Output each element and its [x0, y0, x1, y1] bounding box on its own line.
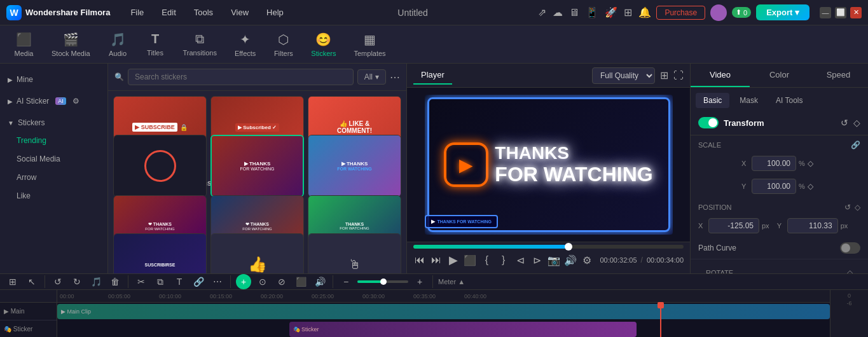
- ai-settings-icon[interactable]: ⚙: [72, 97, 79, 106]
- search-input[interactable]: [128, 69, 354, 85]
- tab-color[interactable]: Color: [750, 64, 809, 87]
- zoom-slider[interactable]: [357, 280, 408, 283]
- scale-x-input[interactable]: [752, 156, 796, 171]
- media-btn-transitions[interactable]: ⧉ Transitions: [176, 28, 224, 60]
- progress-handle[interactable]: [565, 243, 572, 251]
- menu-view[interactable]: View: [227, 5, 252, 20]
- sticker-item-thumbsup[interactable]: 👍: [210, 233, 304, 273]
- cloud-icon[interactable]: ☁: [553, 6, 563, 18]
- sidebar-mine-header[interactable]: ▶ Mine: [0, 71, 107, 88]
- timeline-crop-btn[interactable]: ⬛: [293, 274, 308, 289]
- media-btn-stickers[interactable]: 😊 Stickers: [303, 28, 343, 61]
- media-btn-media[interactable]: ⬛ Media: [6, 28, 41, 61]
- diamond-icon[interactable]: ◇: [853, 118, 860, 128]
- update-badge[interactable]: ⬆ 0: [732, 7, 751, 18]
- sticker-item-cursor[interactable]: 🖱: [308, 233, 401, 273]
- timeline-audio-btn[interactable]: 🎵: [88, 274, 104, 289]
- position-y-input[interactable]: [787, 218, 838, 233]
- sticker-track-clip[interactable]: 🎭 Sticker: [289, 322, 637, 337]
- prev-frame-button[interactable]: ⊲: [514, 252, 527, 268]
- timeline-split-btn[interactable]: ⊞: [5, 274, 20, 289]
- minimize-button[interactable]: —: [820, 7, 831, 18]
- media-btn-titles[interactable]: T Titles: [138, 28, 173, 60]
- position-reset-icon[interactable]: ↺: [844, 203, 851, 212]
- purchase-button[interactable]: Purchase: [656, 6, 705, 20]
- sticker-item-thanks2[interactable]: ▶ THANKS FOR WATCHING: [308, 135, 401, 197]
- grid-icon[interactable]: ⊞: [624, 6, 632, 18]
- volume-button[interactable]: 🔊: [564, 252, 577, 268]
- sidebar-item-arrow[interactable]: Arrow: [4, 168, 104, 186]
- sidebar-ai-header[interactable]: ▶ AI Sticker AI ⚙: [0, 93, 107, 109]
- timeline-cut-btn[interactable]: ✂: [134, 274, 149, 289]
- snapshot-button[interactable]: 📷: [548, 252, 560, 268]
- next-frame-button[interactable]: ⊳: [530, 252, 543, 268]
- export-button[interactable]: Export ▾: [756, 4, 809, 20]
- more-options-button[interactable]: ⋯: [390, 71, 400, 83]
- scale-x-stepper[interactable]: ◇: [808, 159, 813, 168]
- tab-speed[interactable]: Speed: [809, 64, 868, 87]
- go-back-button[interactable]: ⏭: [430, 252, 443, 268]
- progress-bar[interactable]: [413, 245, 684, 249]
- timeline-delete-btn[interactable]: 🗑: [107, 274, 123, 289]
- close-button[interactable]: ✕: [850, 7, 862, 18]
- rotate-diamond-icon[interactable]: ◇: [847, 268, 853, 273]
- timeline-copy-btn[interactable]: ⧉: [153, 274, 168, 289]
- timeline-snap-btn[interactable]: ⊙: [255, 274, 270, 289]
- sticker-item-circle[interactable]: [113, 135, 207, 197]
- restore-button[interactable]: ⬜: [835, 7, 846, 18]
- bell-icon[interactable]: 🔔: [638, 6, 651, 18]
- sidebar-stickers-header[interactable]: ▼ Stickers: [0, 114, 107, 131]
- timeline-vol-btn[interactable]: 🔊: [312, 274, 327, 289]
- menu-file[interactable]: File: [127, 5, 148, 20]
- position-x-input[interactable]: [708, 218, 759, 233]
- scale-y-input[interactable]: [752, 179, 796, 194]
- transform-toggle[interactable]: [698, 117, 719, 128]
- sidebar-item-trending[interactable]: Trending: [4, 132, 104, 149]
- monitor-icon[interactable]: 🖥: [569, 7, 579, 18]
- main-track-clip[interactable]: ▶ Main Clip: [57, 304, 830, 319]
- filter-dropdown[interactable]: All ▾: [357, 69, 386, 85]
- mark-in-button[interactable]: {: [480, 252, 493, 268]
- fullscreen-icon[interactable]: ⛶: [673, 70, 684, 81]
- mark-out-button[interactable]: }: [497, 252, 510, 268]
- go-start-button[interactable]: ⏮: [413, 252, 426, 268]
- settings-button[interactable]: ⚙: [581, 252, 593, 268]
- subtab-ai-tools[interactable]: AI Tools: [768, 93, 810, 108]
- media-btn-filters[interactable]: ⬡ Filters: [266, 28, 301, 61]
- reset-icon[interactable]: ↺: [841, 118, 848, 128]
- play-button[interactable]: ▶: [447, 252, 460, 268]
- media-btn-effects[interactable]: ✦ Effects: [227, 28, 263, 61]
- grid-view-icon[interactable]: ⊞: [660, 69, 668, 81]
- scale-lock-icon[interactable]: 🔗: [851, 141, 860, 149]
- sticker-item-thanks-selected[interactable]: ▶ THANKS FOR WATCHING: [210, 135, 304, 197]
- timeline-split2-btn[interactable]: ⊘: [274, 274, 289, 289]
- stop-button[interactable]: ⬛: [464, 252, 476, 268]
- timeline-redo-btn[interactable]: ↻: [69, 274, 85, 289]
- phone-icon[interactable]: 📱: [586, 6, 598, 18]
- timeline-more-btn[interactable]: ⋯: [210, 274, 225, 289]
- subtab-mask[interactable]: Mask: [732, 93, 766, 108]
- path-curve-toggle[interactable]: [840, 242, 860, 254]
- media-btn-audio[interactable]: 🎵 Audio: [100, 28, 135, 61]
- subtab-basic[interactable]: Basic: [696, 93, 729, 108]
- timeline-add-track-btn[interactable]: +: [236, 274, 251, 289]
- timeline-zoom-out-btn[interactable]: −: [338, 274, 354, 289]
- media-btn-templates[interactable]: ▦ Templates: [346, 28, 393, 61]
- menu-edit[interactable]: Edit: [158, 5, 179, 20]
- sidebar-item-like[interactable]: Like: [4, 187, 104, 205]
- quality-select[interactable]: Full Quality: [592, 67, 655, 84]
- rocket-icon[interactable]: 🚀: [605, 6, 617, 18]
- timeline-undo-btn[interactable]: ↺: [50, 274, 65, 289]
- timeline-zoom-in-btn[interactable]: +: [412, 274, 427, 289]
- timeline-select-btn[interactable]: ↖: [24, 274, 39, 289]
- scale-y-stepper[interactable]: ◇: [808, 182, 813, 191]
- send-icon[interactable]: ⇗: [538, 6, 546, 18]
- menu-tools[interactable]: Tools: [190, 5, 217, 20]
- tab-player[interactable]: Player: [413, 66, 452, 85]
- menu-help[interactable]: Help: [263, 5, 287, 20]
- tab-video[interactable]: Video: [691, 64, 750, 87]
- sticker-item-suscribirse[interactable]: SUSCRIBIRSE: [113, 233, 207, 273]
- position-diamond-icon[interactable]: ◇: [855, 203, 860, 212]
- timeline-link-btn[interactable]: 🔗: [191, 274, 206, 289]
- sidebar-item-social[interactable]: Social Media: [4, 150, 104, 168]
